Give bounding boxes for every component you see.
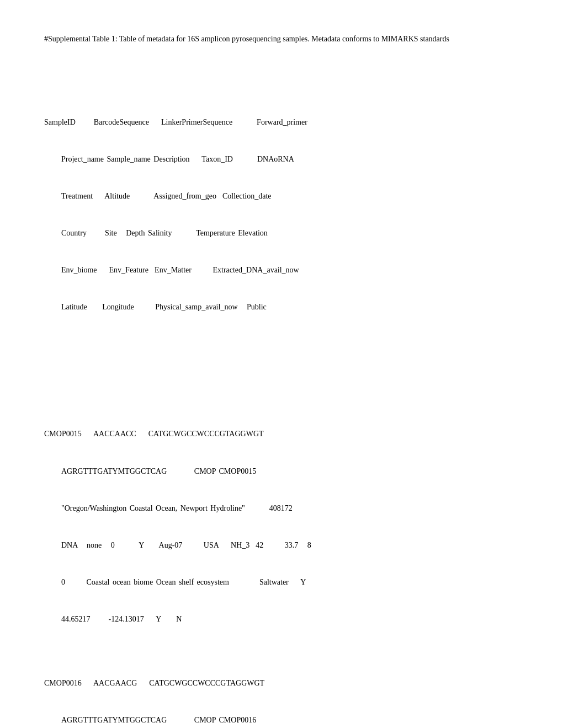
header-title: #Supplemental Table 1: Table of metadata… bbox=[44, 35, 449, 43]
page-container: #Supplemental Table 1: Table of metadata… bbox=[44, 33, 519, 728]
sample-line4-0: DNA none 0 Y Aug-07 USA NH_3 42 33.7 8 bbox=[44, 539, 519, 552]
sample-line2-1: AGRGTTTGATYMTGGCTCAG CMOP CMOP0016 bbox=[44, 714, 519, 726]
col-header-line2: Project_name Sample_name Description Tax… bbox=[44, 153, 519, 165]
sample-line2-0: AGRGTTTGATYMTGGCTCAG CMOP CMOP0015 bbox=[44, 465, 519, 478]
samples-list: CMOP0015 AACCAACC CATGCWGCCWCCCGTAGGWGT … bbox=[44, 379, 519, 728]
sample-line3-0: "Oregon/Washington Coastal Ocean, Newpor… bbox=[44, 502, 519, 515]
supplemental-header: #Supplemental Table 1: Table of metadata… bbox=[44, 33, 519, 45]
sample-line6-0: 44.65217 -124.13017 Y N bbox=[44, 613, 519, 625]
sample-line1-0: CMOP0015 AACCAACC CATGCWGCCWCCCGTAGGWGT bbox=[44, 428, 519, 440]
col-header-line1: SampleID BarcodeSequence LinkerPrimerSeq… bbox=[44, 116, 519, 129]
sample-entry-CMOP0015: CMOP0015 AACCAACC CATGCWGCCWCCCGTAGGWGT … bbox=[44, 404, 519, 651]
col-header-line6: Latitude Longitude Physical_samp_avail_n… bbox=[44, 301, 519, 313]
sample-line5-0: 0 Coastal ocean biome Ocean shelf ecosys… bbox=[44, 576, 519, 588]
sample-entry-CMOP0016: CMOP0016 AACGAACG CATGCWGCCWCCCGTAGGWGT … bbox=[44, 652, 519, 728]
col-header-line3: Treatment Altitude Assigned_from_geo Col… bbox=[44, 190, 519, 202]
sample-line1-1: CMOP0016 AACGAACG CATGCWGCCWCCCGTAGGWGT bbox=[44, 677, 519, 689]
col-header-line4: Country Site Depth Salinity Temperature … bbox=[44, 227, 519, 239]
column-headers: SampleID BarcodeSequence LinkerPrimerSeq… bbox=[44, 92, 519, 339]
table-content: SampleID BarcodeSequence LinkerPrimerSeq… bbox=[44, 67, 519, 728]
col-header-line5: Env_biome Env_Feature Env_Matter Extract… bbox=[44, 264, 519, 276]
